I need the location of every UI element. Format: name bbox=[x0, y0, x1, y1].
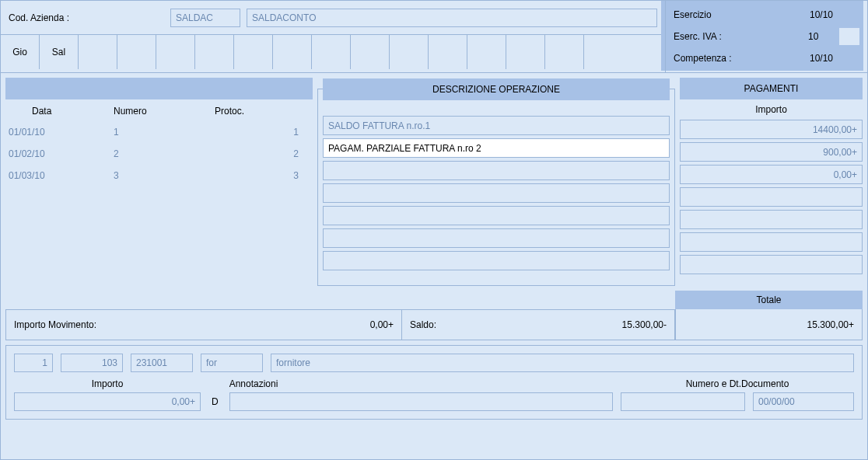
data-doc-value[interactable]: 00/00/00 bbox=[753, 392, 854, 411]
left-table-header: Data Numero Protoc. bbox=[5, 101, 313, 121]
totale-wrap: Totale 15.300,00+ bbox=[675, 291, 863, 340]
bottom-panel: 1 103 231001 for fornitore Importo 0,00+… bbox=[5, 345, 863, 420]
annotazioni-group: Annotazioni bbox=[229, 378, 613, 411]
descrizione-fieldset: DESCRIZIONE OPERAZIONE SALDO FATTURA n.r… bbox=[317, 89, 675, 286]
col-right: PAGAMENTI Importo 14400,00+ 900,00+ 0,00… bbox=[680, 78, 863, 286]
top-section: Cod. Azienda : SALDAC SALDACONTO Gio Sal bbox=[1, 1, 867, 73]
bottom-row-2: Importo 0,00+ D Annotazioni Numero e Dt.… bbox=[14, 378, 854, 411]
importo-line[interactable] bbox=[680, 210, 863, 229]
cod-azienda-desc[interactable]: SALDACONTO bbox=[247, 9, 657, 27]
importo-bottom-value[interactable]: 0,00+ bbox=[14, 392, 201, 411]
totale-value: 15.300,00+ bbox=[675, 309, 863, 340]
competenza-row: Competenza : 10/10 bbox=[674, 49, 859, 68]
header-data: Data bbox=[9, 106, 114, 117]
eserc-iva-value[interactable]: 10 bbox=[803, 28, 835, 45]
importo-line[interactable]: 0,00+ bbox=[680, 165, 863, 184]
tab-sal[interactable]: Sal bbox=[40, 35, 79, 69]
cod-azienda-code[interactable]: SALDAC bbox=[170, 9, 240, 27]
esercizio-row: Esercizio 10/10 bbox=[674, 5, 859, 24]
tab-empty[interactable] bbox=[312, 35, 351, 69]
descrizione-line[interactable] bbox=[323, 251, 670, 270]
saldo-label: Saldo: bbox=[410, 319, 436, 330]
cod-azienda-label: Cod. Azienda : bbox=[9, 12, 164, 23]
cell-numero: 2 bbox=[114, 148, 215, 159]
app-window: Cod. Azienda : SALDAC SALDACONTO Gio Sal bbox=[0, 0, 868, 460]
tab-empty[interactable] bbox=[234, 35, 273, 69]
table-row[interactable]: 01/03/10 3 3 bbox=[5, 165, 313, 186]
tab-empty[interactable] bbox=[545, 35, 584, 69]
importo-body: 14400,00+ 900,00+ 0,00+ bbox=[680, 120, 863, 274]
field-1[interactable]: 1 bbox=[14, 354, 53, 372]
tab-empty[interactable] bbox=[467, 35, 506, 69]
importo-movimento-box: Importo Movimento: 0,00+ bbox=[5, 309, 402, 340]
top-left: Cod. Azienda : SALDAC SALDACONTO Gio Sal bbox=[1, 1, 665, 72]
left-section-header bbox=[5, 78, 313, 99]
importo-group: Importo 0,00+ bbox=[14, 378, 201, 411]
cell-data: 01/03/10 bbox=[9, 170, 114, 181]
descrizione-line[interactable] bbox=[323, 228, 670, 248]
table-row[interactable]: 01/01/10 1 1 bbox=[5, 121, 313, 143]
pagamenti-title: PAGAMENTI bbox=[680, 78, 863, 99]
tab-empty[interactable] bbox=[117, 35, 156, 69]
esercizio-value[interactable]: 10/10 bbox=[805, 6, 859, 23]
descrizione-line[interactable]: SALDO FATTURA n.ro.1 bbox=[323, 116, 670, 135]
competenza-value[interactable]: 10/10 bbox=[805, 50, 859, 67]
saldo-box: Saldo: 15.300,00- bbox=[402, 309, 675, 340]
notch-spacer bbox=[839, 28, 859, 45]
descrizione-line-active[interactable]: PAGAM. PARZIALE FATTURA n.ro 2 bbox=[323, 138, 670, 158]
annotazioni-label: Annotazioni bbox=[229, 378, 613, 389]
importo-line[interactable]: 14400,00+ bbox=[680, 120, 863, 139]
d-label: D bbox=[208, 392, 222, 411]
importo-header: Importo bbox=[680, 99, 863, 120]
field-5[interactable]: fornitore bbox=[271, 354, 854, 372]
col-mid: DESCRIZIONE OPERAZIONE SALDO FATTURA n.r… bbox=[317, 78, 675, 286]
descrizione-line[interactable] bbox=[323, 183, 670, 203]
tab-gio[interactable]: Gio bbox=[1, 35, 40, 69]
cell-data: 01/02/10 bbox=[9, 148, 114, 159]
field-3[interactable]: 231001 bbox=[131, 354, 193, 372]
tabs-row: Gio Sal bbox=[1, 35, 665, 69]
totals-row: Importo Movimento: 0,00+ Saldo: 15.300,0… bbox=[1, 291, 867, 340]
cell-numero: 3 bbox=[114, 170, 215, 181]
importo-line[interactable] bbox=[680, 232, 863, 252]
cell-protoc: 3 bbox=[215, 170, 308, 181]
importo-bottom-label: Importo bbox=[14, 378, 201, 389]
tab-empty[interactable] bbox=[429, 35, 467, 69]
numero-doc-value[interactable] bbox=[621, 392, 745, 411]
tab-empty[interactable] bbox=[390, 35, 429, 69]
tab-empty[interactable] bbox=[156, 35, 195, 69]
header-numero: Numero bbox=[114, 106, 215, 117]
left-table: Data Numero Protoc. 01/01/10 1 1 01/02/1… bbox=[5, 101, 313, 186]
descrizione-line[interactable] bbox=[323, 206, 670, 225]
tab-empty[interactable] bbox=[584, 35, 623, 69]
tab-empty[interactable] bbox=[79, 35, 117, 69]
exercise-panel: Esercizio 10/10 Eserc. IVA : 10 Competen… bbox=[665, 1, 867, 72]
bottom-row-1: 1 103 231001 for fornitore bbox=[14, 354, 854, 372]
field-4[interactable]: for bbox=[201, 354, 263, 372]
numdt-label: Numero e Dt.Documento bbox=[621, 378, 854, 389]
field-2[interactable]: 103 bbox=[61, 354, 123, 372]
importo-movimento-label: Importo Movimento: bbox=[14, 319, 96, 330]
descrizione-line[interactable] bbox=[323, 161, 670, 180]
cell-protoc: 1 bbox=[215, 127, 308, 138]
cell-numero: 1 bbox=[114, 127, 215, 138]
annotazioni-value[interactable] bbox=[229, 392, 613, 411]
saldo-value: 15.300,00- bbox=[622, 319, 667, 330]
importo-line[interactable] bbox=[680, 187, 863, 207]
descrizione-title: DESCRIZIONE OPERAZIONE bbox=[323, 78, 670, 100]
importo-line[interactable]: 900,00+ bbox=[680, 142, 863, 162]
cell-data: 01/01/10 bbox=[9, 127, 114, 138]
col-left: Data Numero Protoc. 01/01/10 1 1 01/02/1… bbox=[5, 78, 313, 286]
tab-empty[interactable] bbox=[506, 35, 545, 69]
table-row[interactable]: 01/02/10 2 2 bbox=[5, 143, 313, 165]
esercizio-label: Esercizio bbox=[674, 9, 800, 20]
main-area: Data Numero Protoc. 01/01/10 1 1 01/02/1… bbox=[1, 73, 867, 291]
importo-line[interactable] bbox=[680, 255, 863, 274]
tab-empty[interactable] bbox=[273, 35, 312, 69]
cod-azienda-row: Cod. Azienda : SALDAC SALDACONTO bbox=[1, 1, 665, 35]
tab-empty[interactable] bbox=[351, 35, 390, 69]
left-table-body: 01/01/10 1 1 01/02/10 2 2 01/03/10 3 3 bbox=[5, 121, 313, 186]
eserc-iva-label: Eserc. IVA : bbox=[674, 31, 799, 42]
numdt-group: Numero e Dt.Documento 00/00/00 bbox=[621, 378, 854, 411]
tab-empty[interactable] bbox=[195, 35, 234, 69]
